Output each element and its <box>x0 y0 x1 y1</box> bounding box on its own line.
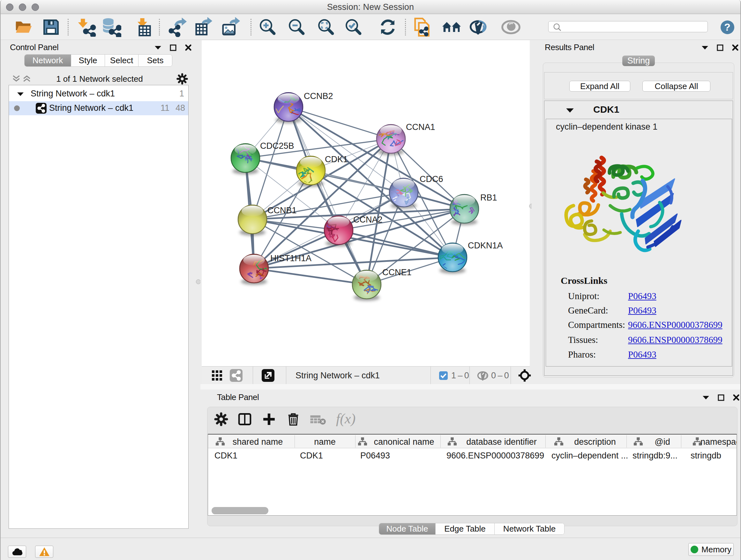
svg-text:CDC25B: CDC25B <box>260 141 294 151</box>
svg-text:CCNB1: CCNB1 <box>267 206 297 215</box>
svg-text:CCNA1: CCNA1 <box>406 122 435 132</box>
svg-text:HIST1H1A: HIST1H1A <box>270 253 312 263</box>
svg-text:CDC6: CDC6 <box>420 174 443 184</box>
svg-text:CDK1: CDK1 <box>325 154 348 164</box>
svg-text:CDKN1A: CDKN1A <box>468 241 503 250</box>
svg-text:CCNE1: CCNE1 <box>382 267 412 277</box>
svg-text:CCNB2: CCNB2 <box>304 91 333 101</box>
svg-text:RB1: RB1 <box>480 193 497 202</box>
svg-text:CCNA2: CCNA2 <box>353 215 383 225</box>
